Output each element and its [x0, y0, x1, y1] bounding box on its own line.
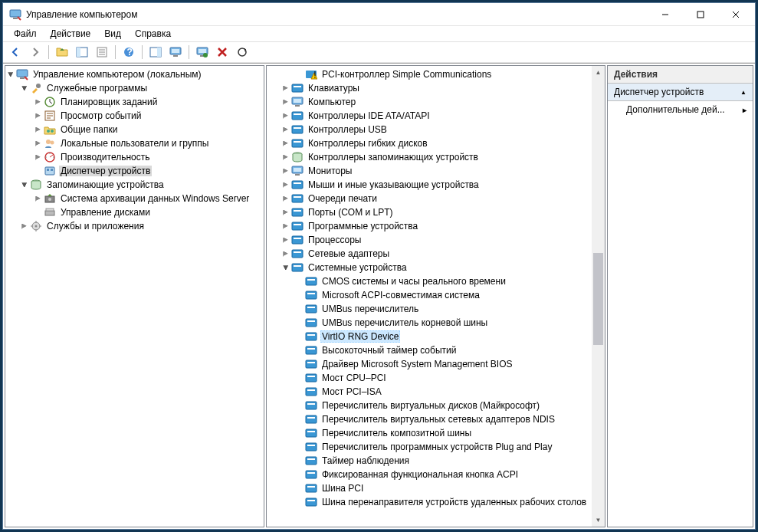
twisty-icon[interactable]	[33, 166, 44, 176]
device-item[interactable]: VirtIO RNG Device	[267, 330, 592, 343]
twisty-icon[interactable]: ⯈	[19, 221, 30, 232]
help-button[interactable]: ?	[120, 44, 138, 61]
twisty-icon[interactable]	[294, 400, 305, 411]
twisty-icon[interactable]	[294, 469, 305, 480]
twisty-icon[interactable]: ⯈	[281, 166, 291, 176]
device-item[interactable]: Мост CPU–PCI	[267, 371, 592, 385]
refresh-button[interactable]	[233, 44, 251, 61]
scroll-up-button[interactable]: ▲	[592, 66, 605, 79]
tree-item[interactable]: ⯈Просмотр событий	[5, 109, 264, 123]
device-item[interactable]: ⯈Контроллеры запоминающих устройств	[267, 150, 592, 164]
tree-item[interactable]: Диспетчер устройств	[5, 164, 264, 178]
twisty-icon[interactable]: ⯈	[281, 179, 291, 190]
device-item[interactable]: Шина PCI	[267, 481, 592, 495]
twisty-icon[interactable]: ⯈	[281, 83, 291, 94]
twisty-icon[interactable]: ⯆	[5, 69, 16, 80]
forward-button[interactable]	[26, 44, 44, 61]
device-item[interactable]: ⯈Мониторы	[267, 164, 592, 178]
twisty-icon[interactable]	[294, 317, 305, 328]
tree-item[interactable]: ⯈Планировщик заданий	[5, 95, 264, 109]
twisty-icon[interactable]: ⯈	[281, 138, 291, 149]
twisty-icon[interactable]	[294, 455, 305, 466]
twisty-icon[interactable]	[294, 428, 305, 438]
device-item[interactable]: Таймер наблюдения	[267, 454, 592, 468]
menu-action[interactable]: Действие	[44, 27, 97, 41]
menu-help[interactable]: Справка	[129, 27, 177, 41]
monitor1-button[interactable]	[166, 44, 185, 61]
twisty-icon[interactable]	[294, 290, 305, 300]
scroll-down-button[interactable]: ▼	[592, 514, 605, 527]
tree-group[interactable]: ⯆Служебные программы	[5, 81, 264, 95]
device-item[interactable]: Высокоточный таймер событий	[267, 343, 592, 357]
twisty-icon[interactable]: ⯈	[33, 110, 44, 121]
device-item[interactable]: ⯈Компьютер	[267, 95, 592, 109]
tree-root[interactable]: ⯆Управление компьютером (локальным)	[5, 67, 264, 81]
device-item[interactable]: CMOS системы и часы реального времени	[267, 274, 592, 288]
twisty-icon[interactable]: ⯈	[281, 124, 291, 135]
maximize-button[interactable]	[683, 3, 718, 26]
twisty-icon[interactable]: ⯆	[19, 179, 30, 190]
device-item[interactable]: Фиксированная функциональная кнопка ACPI	[267, 468, 592, 481]
twisty-icon[interactable]: ⯈	[281, 110, 291, 121]
device-item[interactable]: ⯈Порты (COM и LPT)	[267, 205, 592, 219]
twisty-icon[interactable]	[294, 414, 305, 425]
twisty-icon[interactable]: ⯆	[19, 83, 30, 94]
left-pane[interactable]: ⯆Управление компьютером (локальным)⯆Служ…	[5, 65, 264, 527]
twisty-icon[interactable]	[33, 207, 44, 218]
titlebar[interactable]: Управление компьютером	[3, 3, 755, 26]
device-item[interactable]: ⯈Контроллеры IDE ATA/ATAPI	[267, 109, 592, 123]
tree-item[interactable]: ⯈Локальные пользователи и группы	[5, 136, 264, 150]
device-item[interactable]: ⯈Процессоры	[267, 233, 592, 247]
panes2-button[interactable]	[146, 44, 165, 61]
twisty-icon[interactable]	[294, 69, 305, 80]
device-item[interactable]: ⯈Клавиатуры	[267, 81, 592, 95]
twisty-icon[interactable]: ⯈	[33, 97, 44, 107]
device-item[interactable]: Перечислитель виртуальных сетевых адапте…	[267, 412, 592, 426]
twisty-icon[interactable]: ⯈	[281, 221, 291, 232]
device-item[interactable]: ⯈Программные устройства	[267, 219, 592, 233]
tree-item[interactable]: ⯈Система архивации данных Windows Server	[5, 192, 264, 205]
twisty-icon[interactable]: ⯈	[33, 138, 44, 149]
menu-file[interactable]: Файл	[8, 27, 43, 41]
twisty-icon[interactable]	[294, 304, 305, 314]
scroll-thumb[interactable]	[593, 253, 603, 345]
device-item[interactable]: ⯆Системные устройства	[267, 261, 592, 274]
device-item[interactable]: ⯈Очереди печати	[267, 192, 592, 205]
scrollbar[interactable]: ▲ ▼	[592, 66, 605, 527]
monitor2-button[interactable]	[193, 44, 212, 61]
device-item[interactable]: UMBus перечислитель	[267, 302, 592, 316]
twisty-icon[interactable]	[294, 373, 305, 383]
device-item[interactable]: Шина перенаправителя устройств удаленных…	[267, 495, 592, 509]
device-item[interactable]: PCI-контроллер Simple Communications	[267, 67, 592, 81]
twisty-icon[interactable]	[294, 331, 305, 342]
device-item[interactable]: Мост PCI–ISA	[267, 385, 592, 399]
twisty-icon[interactable]	[294, 386, 305, 397]
actions-section[interactable]: Диспетчер устройств ▲	[608, 84, 753, 101]
twisty-icon[interactable]	[294, 359, 305, 369]
actions-more[interactable]: Дополнительные дей... ▸	[608, 101, 753, 118]
tree-group[interactable]: ⯈Службы и приложения	[5, 219, 264, 233]
twisty-icon[interactable]: ⯈	[281, 248, 291, 259]
device-item[interactable]: Microsoft ACPI-совместимая система	[267, 288, 592, 302]
twisty-icon[interactable]	[294, 345, 305, 356]
device-item[interactable]: ⯈Сетевые адаптеры	[267, 247, 592, 261]
twisty-icon[interactable]	[294, 483, 305, 494]
delete-button[interactable]	[213, 44, 231, 61]
panes-button[interactable]	[73, 44, 91, 61]
tree-item[interactable]: ⯈Общие папки	[5, 123, 264, 136]
twisty-icon[interactable]: ⯈	[281, 97, 291, 107]
twisty-icon[interactable]: ⯈	[33, 152, 44, 163]
twisty-icon[interactable]	[294, 497, 305, 507]
up-button[interactable]	[53, 44, 71, 61]
device-item[interactable]: Перечислитель программных устройств Plug…	[267, 440, 592, 454]
device-item[interactable]: Перечислитель композитной шины	[267, 426, 592, 440]
close-button[interactable]	[718, 3, 753, 26]
tree-group[interactable]: ⯆Запоминающие устройства	[5, 178, 264, 192]
device-item[interactable]: UMBus перечислитель корневой шины	[267, 316, 592, 330]
device-item[interactable]: Перечислитель виртуальных дисков (Майкро…	[267, 399, 592, 412]
twisty-icon[interactable]: ⯆	[281, 262, 291, 273]
device-item[interactable]: ⯈Контроллеры гибких дисков	[267, 136, 592, 150]
list-button[interactable]	[93, 44, 111, 61]
twisty-icon[interactable]: ⯈	[281, 207, 291, 218]
device-item[interactable]: ⯈Мыши и иные указывающие устройства	[267, 178, 592, 192]
